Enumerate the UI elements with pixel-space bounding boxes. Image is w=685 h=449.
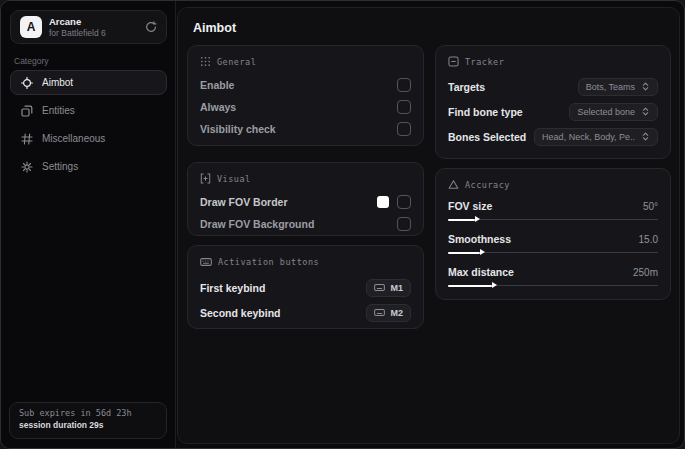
- draw-fov-background-label: Draw FOV Background: [200, 218, 314, 230]
- sidebar-item-aimbot[interactable]: Aimbot: [10, 70, 167, 95]
- activation-buttons-card: Activation buttons First keybind M1 Seco…: [187, 245, 424, 329]
- brand-card: A Arcane for Battlefield 6: [10, 10, 167, 44]
- slider-fill: [448, 285, 492, 287]
- activation-card-header: Activation buttons: [200, 256, 411, 268]
- category-label: Category: [14, 56, 49, 66]
- enable-row: Enable: [200, 74, 411, 96]
- max-distance-slider[interactable]: [448, 281, 658, 290]
- enable-checkbox[interactable]: [397, 78, 411, 92]
- accuracy-card: Accuracy FOV size 50° Smoothness 15.0: [435, 168, 671, 300]
- refresh-icon[interactable]: [145, 21, 157, 33]
- max-distance-label: Max distance: [448, 266, 514, 278]
- card-title-text: Visual: [217, 174, 251, 184]
- first-keybind-label: First keybind: [200, 282, 265, 294]
- find-bone-type-dropdown[interactable]: Selected bone: [569, 103, 658, 121]
- find-bone-type-label: Find bone type: [448, 106, 523, 118]
- sidebar: A Arcane for Battlefield 6 Category Aimb…: [1, 1, 176, 448]
- first-keybind-button[interactable]: M1: [366, 279, 411, 297]
- draw-fov-background-checkbox[interactable]: [397, 217, 411, 231]
- card-title-text: Activation buttons: [218, 257, 319, 267]
- sub-expiry-text: Sub expires in 56d 23h: [19, 408, 157, 418]
- keyboard-icon: [374, 282, 385, 293]
- find-bone-type-value: Selected bone: [577, 107, 635, 117]
- visibility-check-row: Visibility check: [200, 118, 411, 140]
- smoothness-slider[interactable]: [448, 248, 658, 257]
- app-window: A Arcane for Battlefield 6 Category Aimb…: [0, 0, 685, 449]
- second-keybind-row: Second keybind M2: [200, 300, 411, 325]
- find-bone-type-row: Find bone type Selected bone: [448, 99, 658, 124]
- fov-border-color-swatch[interactable]: [377, 196, 389, 208]
- brand-logo: A: [20, 16, 42, 38]
- bones-selected-label: Bones Selected: [448, 131, 526, 143]
- grid-dots-icon: [200, 56, 211, 67]
- visual-card-header: Visual: [200, 173, 411, 184]
- fov-size-label: FOV size: [448, 200, 492, 212]
- subscription-status-box: Sub expires in 56d 23h session duration …: [9, 402, 167, 439]
- fov-size-slider[interactable]: [448, 215, 658, 224]
- brand-name: Arcane: [49, 16, 106, 28]
- max-distance-group: Max distance 250m: [448, 263, 658, 290]
- always-checkbox[interactable]: [397, 100, 411, 114]
- layers-icon: [21, 105, 33, 117]
- page-title: Aimbot: [193, 21, 236, 35]
- smoothness-group: Smoothness 15.0: [448, 230, 658, 257]
- slider-fill: [448, 219, 475, 221]
- draw-fov-border-row: Draw FOV Border: [200, 191, 411, 213]
- first-keybind-row: First keybind M1: [200, 275, 411, 300]
- visual-card: Visual Draw FOV Border Draw FOV Backgrou…: [187, 162, 424, 236]
- sidebar-item-entities[interactable]: Entities: [10, 98, 167, 123]
- main-panel: Aimbot General Enable Always: [177, 7, 680, 444]
- sidebar-item-miscellaneous[interactable]: Miscellaneous: [10, 126, 167, 151]
- fov-size-group: FOV size 50°: [448, 197, 658, 224]
- chevrons-up-down-icon: [641, 82, 650, 91]
- accuracy-card-header: Accuracy: [448, 179, 658, 190]
- keyboard-icon: [374, 307, 385, 318]
- gear-icon: [21, 161, 33, 173]
- bones-selected-value: Head, Neck, Body, Pe..: [542, 132, 635, 142]
- hash-grid-icon: [21, 133, 33, 145]
- draw-fov-border-label: Draw FOV Border: [200, 196, 288, 208]
- fov-size-value: 50°: [643, 201, 658, 212]
- targets-value: Bots, Teams: [586, 82, 635, 92]
- tracker-card: Tracker Targets Bots, Teams Find bone ty…: [435, 45, 671, 159]
- smoothness-value: 15.0: [639, 234, 658, 245]
- sidebar-nav: Aimbot Entities Miscellaneous: [10, 70, 167, 179]
- draw-fov-background-row: Draw FOV Background: [200, 213, 411, 235]
- targets-label: Targets: [448, 81, 485, 93]
- smoothness-label: Smoothness: [448, 233, 511, 245]
- always-label: Always: [200, 101, 236, 113]
- slider-fill: [448, 252, 480, 254]
- visibility-check-checkbox[interactable]: [397, 122, 411, 136]
- sidebar-item-label: Aimbot: [42, 77, 73, 88]
- sidebar-item-label: Settings: [42, 161, 78, 172]
- tracker-card-header: Tracker: [448, 56, 658, 67]
- enable-label: Enable: [200, 79, 234, 91]
- always-row: Always: [200, 96, 411, 118]
- first-keybind-value: M1: [390, 283, 403, 293]
- sidebar-item-label: Entities: [42, 105, 75, 116]
- general-card-header: General: [200, 56, 411, 67]
- card-title-text: General: [217, 57, 256, 67]
- chevrons-up-down-icon: [641, 107, 650, 116]
- session-duration-text: session duration 29s: [19, 420, 157, 430]
- targets-dropdown[interactable]: Bots, Teams: [578, 78, 658, 96]
- general-card: General Enable Always Visibility check: [187, 45, 424, 146]
- brand-subtitle: for Battlefield 6: [49, 28, 106, 39]
- bones-selected-dropdown[interactable]: Head, Neck, Body, Pe..: [534, 128, 658, 146]
- bones-selected-row: Bones Selected Head, Neck, Body, Pe..: [448, 124, 658, 149]
- panel-minus-icon: [448, 56, 459, 67]
- second-keybind-button[interactable]: M2: [366, 304, 411, 322]
- scan-plus-icon: [200, 173, 211, 184]
- second-keybind-label: Second keybind: [200, 307, 281, 319]
- card-title-text: Accuracy: [465, 180, 510, 190]
- keyboard-icon: [200, 256, 212, 268]
- sidebar-item-settings[interactable]: Settings: [10, 154, 167, 179]
- max-distance-value: 250m: [633, 267, 658, 278]
- chevrons-up-down-icon: [641, 132, 650, 141]
- triangle-icon: [448, 179, 459, 190]
- draw-fov-border-checkbox[interactable]: [397, 195, 411, 209]
- visibility-check-label: Visibility check: [200, 123, 276, 135]
- targets-row: Targets Bots, Teams: [448, 74, 658, 99]
- second-keybind-value: M2: [390, 308, 403, 318]
- brand-text: Arcane for Battlefield 6: [49, 16, 106, 39]
